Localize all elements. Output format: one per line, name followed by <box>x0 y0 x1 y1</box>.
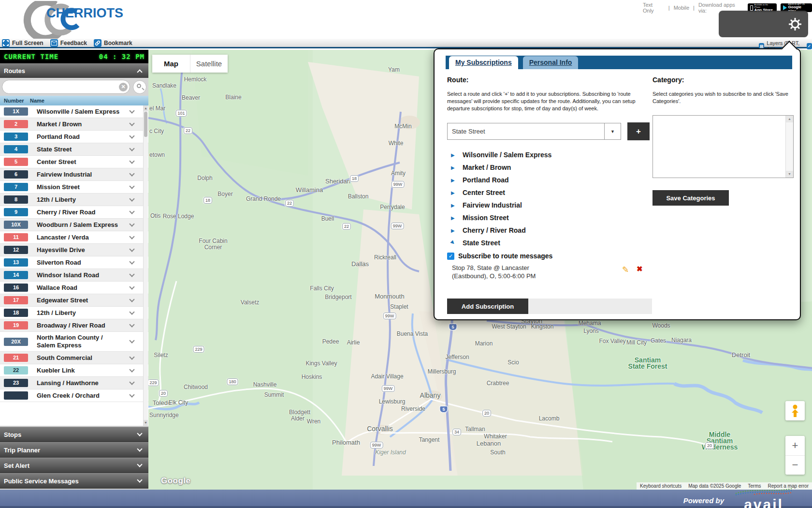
table-row[interactable]: 7Mission Street <box>0 181 148 194</box>
subscribed-route-item[interactable]: ▶Portland Road <box>451 174 551 186</box>
table-row[interactable]: Glen Creek / Orchard <box>0 389 148 402</box>
chevron-down-icon[interactable] <box>129 246 134 252</box>
search-icon[interactable] <box>133 80 146 94</box>
edit-subscription-icon[interactable]: ✎ <box>622 265 629 275</box>
expand-triangle-icon[interactable]: ▶ <box>451 203 457 208</box>
tab-my-subscriptions[interactable]: My Subscriptions <box>449 56 518 69</box>
save-categories-button[interactable]: Save Categories <box>652 190 729 206</box>
table-row[interactable]: 1XWilsonville / Salem Express <box>0 105 148 118</box>
expand-triangle-icon[interactable]: ▶ <box>451 215 457 221</box>
table-row[interactable]: 19Broadway / River Road <box>0 319 148 332</box>
chevron-down-icon[interactable] <box>129 297 134 302</box>
routes-section-header[interactable]: Routes <box>0 63 148 78</box>
chevron-down-icon[interactable] <box>129 196 134 201</box>
sidebar-section-set-alert[interactable]: Set Alert <box>0 458 148 473</box>
add-route-button[interactable]: + <box>627 122 650 140</box>
chevron-down-icon[interactable] <box>129 338 134 343</box>
table-row[interactable]: 812th / Liberty <box>0 194 148 206</box>
table-row[interactable]: 4State Street <box>0 143 148 156</box>
table-row[interactable]: 12Hayesville Drive <box>0 244 148 256</box>
expand-triangle-icon[interactable]: ▶ <box>451 178 457 183</box>
subscribed-route-item-expanded[interactable]: ▶State Street <box>451 237 551 249</box>
map-button[interactable]: Map <box>152 55 190 73</box>
clear-search-icon[interactable]: ✕ <box>119 83 128 91</box>
chevron-down-icon[interactable] <box>129 221 134 226</box>
table-row[interactable]: 6Fairview Industrial <box>0 168 148 181</box>
subscribed-route-item[interactable]: ▶Wilsonville / Salem Express <box>451 149 551 161</box>
chevron-down-icon[interactable] <box>129 392 134 397</box>
sidebar-section-trip-planner[interactable]: Trip Planner <box>0 442 148 458</box>
gear-icon[interactable] <box>788 17 802 31</box>
table-row[interactable]: 20XNorth Marion County / Salem Express <box>0 332 148 352</box>
chevron-down-icon[interactable] <box>129 354 134 359</box>
table-row[interactable]: 1812th / Liberty <box>0 307 148 319</box>
chevron-down-icon[interactable] <box>129 271 134 277</box>
table-row[interactable]: 17Edgewater Street <box>0 294 148 307</box>
scroll-down-icon[interactable]: ▼ <box>786 171 793 178</box>
table-row[interactable]: 13Silverton Road <box>0 256 148 269</box>
delete-subscription-icon[interactable]: ✖ <box>637 265 643 273</box>
scroll-up-icon[interactable]: ▲ <box>144 105 148 111</box>
table-row[interactable]: 5Center Street <box>0 156 148 168</box>
zoom-in-button[interactable]: + <box>785 436 805 456</box>
sidebar-section-stops[interactable]: Stops <box>0 427 148 442</box>
route-search-input[interactable] <box>2 80 130 94</box>
mobile-link[interactable]: Mobile <box>674 5 689 11</box>
add-subscription-button[interactable]: Add Subscription <box>447 299 528 314</box>
category-listbox[interactable]: ▲ ▼ <box>652 115 794 178</box>
scrollbar[interactable]: ▲ ▼ <box>143 105 148 426</box>
settings-panel[interactable] <box>719 11 808 37</box>
table-row[interactable]: 16Wallace Road <box>0 282 148 294</box>
subscribe-route-messages-row[interactable]: ✓ Subscribe to route messages <box>447 252 552 260</box>
chevron-down-icon[interactable] <box>129 309 134 314</box>
sidebar-section-public-service-messages[interactable]: Public Service Messages <box>0 473 148 489</box>
expand-triangle-icon[interactable]: ▶ <box>451 152 457 158</box>
table-row[interactable]: 22Kuebler Link <box>0 364 148 377</box>
chevron-down-icon[interactable] <box>129 379 134 385</box>
subscribed-route-item[interactable]: ▶Mission Street <box>451 211 551 224</box>
chevron-down-icon[interactable] <box>129 234 134 239</box>
table-row[interactable]: 2Market / Brown <box>0 118 148 131</box>
table-row[interactable]: 3Portland Road <box>0 131 148 143</box>
expand-triangle-icon[interactable]: ▶ <box>451 190 457 195</box>
chevron-down-icon[interactable] <box>129 322 134 327</box>
keyboard-shortcuts-link[interactable]: Keyboard shortcuts <box>637 483 685 489</box>
zoom-out-button[interactable]: − <box>785 456 805 475</box>
subscribed-route-item[interactable]: ▶Cherry / River Road <box>451 224 551 237</box>
route-dropdown[interactable]: State Street ▼ <box>447 123 621 140</box>
chevron-down-icon[interactable] <box>129 158 134 164</box>
table-row[interactable]: 14Windsor Island Road <box>0 269 148 282</box>
chevron-down-icon[interactable] <box>129 209 134 214</box>
scroll-down-icon[interactable]: ▼ <box>144 420 148 426</box>
subscribed-route-item[interactable]: ▶Market / Brown <box>451 161 551 174</box>
text-only-link[interactable]: Text Only <box>643 2 665 14</box>
chevron-down-icon[interactable] <box>129 120 134 126</box>
subscribed-route-item[interactable]: ▶Fairview Industrial <box>451 199 551 211</box>
scroll-up-icon[interactable]: ▲ <box>786 116 793 122</box>
table-row[interactable]: 9Cherry / River Road <box>0 206 148 219</box>
table-row[interactable]: 21South Commercial <box>0 352 148 364</box>
pegman-control[interactable] <box>785 401 805 420</box>
chevron-down-icon[interactable] <box>129 284 134 289</box>
chevron-down-icon[interactable] <box>129 183 134 189</box>
listbox-scrollbar[interactable]: ▲ ▼ <box>785 116 793 178</box>
feedback-button[interactable]: Feedback <box>50 39 87 47</box>
tab-personal-info[interactable]: Personal Info <box>523 56 579 69</box>
expand-triangle-icon[interactable]: ▶ <box>451 165 457 170</box>
dropdown-arrow-icon[interactable]: ▼ <box>604 123 621 139</box>
chevron-down-icon[interactable] <box>129 108 134 113</box>
chevron-down-icon[interactable] <box>129 367 134 372</box>
scrollbar-thumb[interactable] <box>144 112 147 137</box>
full-screen-button[interactable]: Full Screen <box>2 39 44 47</box>
bookmark-button[interactable]: Bookmark <box>94 39 132 47</box>
chevron-down-icon[interactable] <box>129 171 134 176</box>
chevron-down-icon[interactable] <box>129 133 134 138</box>
collapse-triangle-icon[interactable]: ▶ <box>450 239 458 247</box>
chevron-down-icon[interactable] <box>129 259 134 264</box>
table-row[interactable]: 10XWoodburn / Salem Express <box>0 219 148 231</box>
checkbox-checked-icon[interactable]: ✓ <box>447 253 454 260</box>
subscribed-route-item[interactable]: ▶Center Street <box>451 186 551 199</box>
expand-triangle-icon[interactable]: ▶ <box>451 228 457 233</box>
table-row[interactable]: 11Lancaster / Verda <box>0 231 148 244</box>
table-row[interactable]: 23Lansing / Hawthorne <box>0 377 148 389</box>
